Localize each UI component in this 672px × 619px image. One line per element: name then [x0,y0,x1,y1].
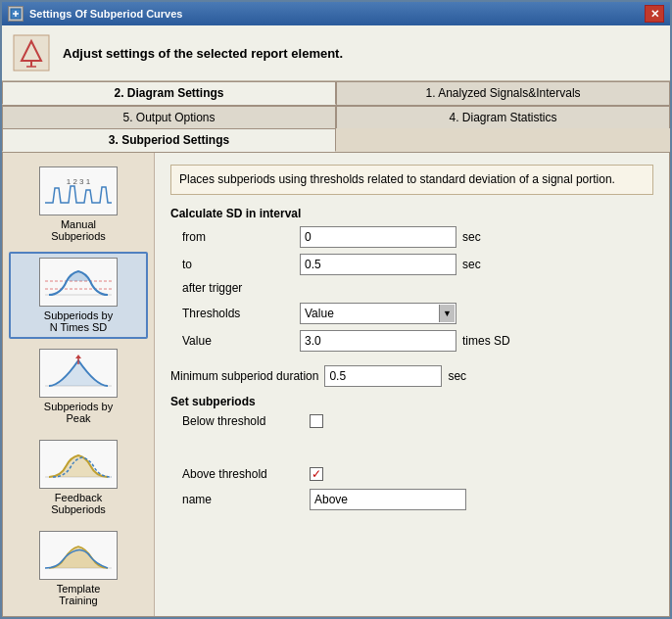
min-duration-input[interactable] [324,365,442,387]
tab-output-options[interactable]: 5. Output Options [2,106,336,128]
after-trigger-label: after trigger [182,281,242,295]
tab-row-1: 2. Diagram Settings 1. Analyzed Signals&… [2,81,670,106]
set-subperiods-label: Set subperiods [170,395,653,408]
mode-icon-template [39,531,118,580]
description-box: Places subperiods using thresholds relat… [170,165,653,195]
mode-button-feedback[interactable]: FeedbackSubperiods [9,434,148,521]
tab-row-3: 3. Subperiod Settings [2,128,670,152]
thresholds-label: Thresholds [182,307,300,320]
svg-rect-7 [41,168,116,214]
mode-icon-feedback [39,440,118,489]
tab-diagram-settings[interactable]: 2. Diagram Settings [2,81,336,105]
main-window: Settings Of Subperiod Curves ✕ Adjust se… [0,0,672,619]
tab-subperiod-settings[interactable]: 3. Subperiod Settings [2,128,336,152]
header-area: Adjust settings of the selected report e… [2,25,670,81]
thresholds-row: Thresholds Value Peak Custom ▼ [170,303,653,324]
from-input[interactable] [300,226,456,248]
svg-rect-9 [41,260,116,305]
header-icon [12,33,51,72]
mode-label-manual: ManualSubperiods [51,218,106,242]
mode-label-peak: Subperiods byPeak [44,401,113,424]
value-input[interactable] [300,330,456,352]
to-input[interactable] [300,254,456,275]
svg-text:1 2 3 1: 1 2 3 1 [67,177,91,186]
min-duration-row: Minimum subperiod duration sec [170,365,653,387]
to-label: to [182,258,300,271]
above-threshold-checkbox[interactable]: ✓ [310,467,323,481]
main-content: 1 2 3 1 ManualSubperiods [2,152,670,617]
name-input[interactable] [310,489,466,510]
min-duration-label: Minimum subperiod duration [170,369,318,383]
from-label: from [182,230,300,244]
above-threshold-row: Above threshold ✓ [170,467,653,481]
above-threshold-label: Above threshold [182,467,310,481]
mode-label-template: TemplateTraining [57,583,101,606]
name-label: name [182,493,310,506]
value-row: Value times SD [170,330,653,352]
from-unit: sec [462,230,481,244]
to-row: to sec [170,254,653,275]
tab-row-2: 5. Output Options 4. Diagram Statistics [2,106,670,128]
thresholds-select[interactable]: Value Peak Custom [300,303,456,324]
sidebar: 1 2 3 1 ManualSubperiods [3,153,155,616]
title-bar: Settings Of Subperiod Curves ✕ [2,2,670,25]
mode-button-peak[interactable]: Subperiods byPeak [9,343,148,430]
mode-icon-manual: 1 2 3 1 [39,167,118,215]
from-row: from sec [170,226,653,248]
mode-icon-peak [39,349,118,398]
tab-analyzed-signals[interactable]: 1. Analyzed Signals&Intervals [336,81,670,105]
value-label: Value [182,334,300,348]
below-threshold-label: Below threshold [182,414,310,428]
mode-label-feedback: FeedbackSubperiods [51,492,106,515]
close-button[interactable]: ✕ [645,5,664,23]
below-threshold-checkbox[interactable] [310,414,323,428]
thresholds-select-wrapper: Value Peak Custom ▼ [300,303,456,324]
header-description: Adjust settings of the selected report e… [63,46,343,61]
mode-button-manual[interactable]: 1 2 3 1 ManualSubperiods [9,161,148,248]
tab-diagram-statistics[interactable]: 4. Diagram Statistics [336,106,670,128]
settings-panel: Places subperiods using thresholds relat… [155,153,669,616]
window-title: Settings Of Subperiod Curves [29,8,645,20]
calculate-sd-label: Calculate SD in interval [170,207,653,220]
window-icon [8,6,24,22]
mode-button-template[interactable]: TemplateTraining [9,525,148,612]
mode-icon-n-times-sd [39,258,118,307]
to-unit: sec [462,258,481,271]
name-row: name [170,489,653,510]
mode-button-n-times-sd[interactable]: Subperiods byN Times SD [9,252,148,339]
value-unit: times SD [462,334,510,348]
above-threshold-checkmark: ✓ [312,468,321,480]
below-threshold-row: Below threshold [170,414,653,428]
min-duration-unit: sec [448,369,466,383]
mode-label-n-times-sd: Subperiods byN Times SD [44,310,113,333]
